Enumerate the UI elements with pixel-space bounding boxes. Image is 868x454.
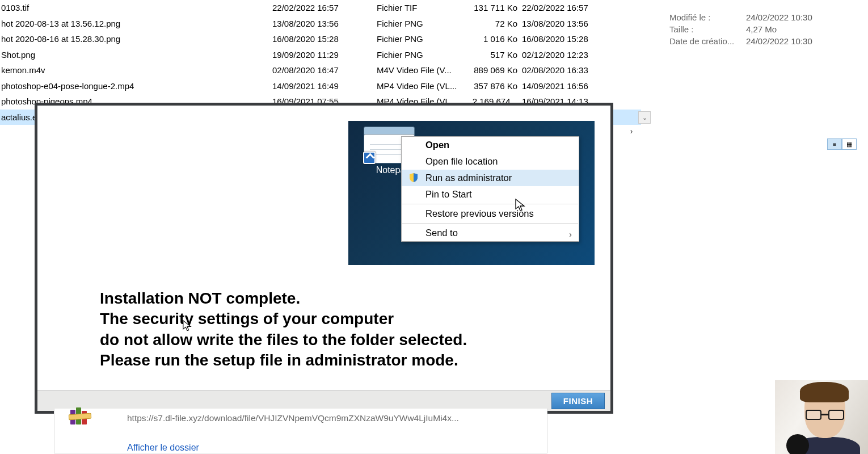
menu-open[interactable]: Open: [402, 137, 579, 153]
cursor-icon: [183, 320, 192, 331]
file-size: 357 876 Ko: [471, 81, 522, 91]
detail-modified: Modifié le : 24/02/2022 10:30: [669, 12, 857, 22]
menu-label: Open file location: [425, 156, 498, 166]
file-date-created: 02/08/2020 16:33: [522, 65, 624, 75]
shortcut-arrow-icon: [363, 152, 376, 164]
details-panel: Modifié le : 24/02/2022 10:30 Taille : 4…: [652, 0, 857, 54]
chevron-down-icon: ⌄: [642, 114, 647, 121]
download-item: https://s7.dl-file.xyz/download/file/VHJ…: [54, 409, 547, 453]
file-name: 0103.tif: [1, 3, 272, 12]
menu-separator: [402, 204, 578, 204]
context-menu: Open Open file location Run as administr…: [401, 136, 579, 242]
menu-label: Send to: [425, 228, 458, 238]
shield-icon: [408, 173, 419, 183]
file-date-modified: 02/08/2020 16:47: [272, 65, 377, 75]
file-date-created: 16/08/2020 15:28: [522, 34, 624, 44]
list-icon: ≡: [833, 141, 836, 148]
file-date-modified: 14/09/2021 16:49: [272, 81, 377, 91]
file-size: 889 069 Ko: [471, 65, 522, 75]
file-name: hot 2020-08-16 at 15.28.30.png: [1, 34, 272, 44]
button-label: FINISH: [563, 396, 593, 406]
menu-restore[interactable]: Restore previous versions: [402, 205, 579, 222]
view-icons-button[interactable]: ▦: [842, 138, 857, 150]
detail-label: Date de créatio...: [669, 36, 746, 46]
dialog-button-bar: FINISH: [37, 390, 610, 411]
file-type: MP4 Video File (VL...: [377, 81, 471, 91]
winrar-icon: [70, 406, 93, 429]
view-mode-toggle: ≡ ▦: [827, 138, 857, 150]
file-size: 1 016 Ko: [471, 34, 522, 44]
webcam-overlay: [775, 380, 868, 454]
detail-value: 4,27 Mo: [746, 24, 777, 34]
menu-label: Open: [425, 140, 449, 150]
file-row[interactable]: Shot.png 19/09/2020 11:29 Fichier PNG 51…: [0, 47, 641, 63]
detail-created: Date de créatio... 24/02/2022 10:30: [669, 36, 857, 46]
link-label: Afficher le dossier: [127, 443, 199, 452]
file-date-modified: 13/08/2020 13:56: [272, 19, 377, 28]
file-date-modified: 22/02/2022 16:57: [272, 3, 377, 12]
grid-icon: ▦: [846, 141, 852, 148]
file-row[interactable]: photoshop-e04-pose-longue-2.mp4 14/09/20…: [0, 78, 641, 94]
menu-run-admin[interactable]: Run as administrator: [402, 170, 579, 186]
file-size: 72 Ko: [471, 19, 522, 28]
file-date-modified: 19/09/2020 11:29: [272, 50, 377, 60]
file-size: 131 711 Ko: [471, 3, 522, 12]
file-row[interactable]: 0103.tif 22/02/2022 16:57 Fichier TIF 13…: [0, 0, 641, 16]
detail-label: Taille :: [669, 24, 746, 34]
file-row[interactable]: hot 2020-08-16 at 15.28.30.png 16/08/202…: [0, 31, 641, 47]
show-folder-link[interactable]: Afficher le dossier: [127, 443, 536, 453]
download-url: https://s7.dl-file.xyz/download/file/VHJ…: [127, 413, 536, 423]
file-name: hot 2020-08-13 at 13.56.12.png: [1, 19, 272, 28]
file-type: Fichier TIF: [377, 3, 471, 12]
file-name: kemon.m4v: [1, 65, 272, 75]
dialog-message: Installation NOT complete. The security …: [100, 288, 576, 371]
cursor-icon: [515, 199, 525, 212]
file-date-created: 13/08/2020 13:56: [522, 19, 624, 28]
menu-separator: [402, 223, 578, 224]
message-line: do not allow write the files to the fold…: [100, 330, 576, 350]
file-name: photoshop-e04-pose-longue-2.mp4: [1, 81, 272, 91]
detail-value: 24/02/2022 10:30: [746, 36, 812, 46]
menu-send-to[interactable]: Send to ›: [402, 225, 579, 241]
detail-size: Taille : 4,27 Mo: [669, 24, 857, 34]
detail-label: Modifié le :: [669, 12, 746, 22]
file-type: M4V Video File (V...: [377, 65, 471, 75]
file-date-modified: 16/08/2020 15:28: [272, 34, 377, 44]
menu-label: Pin to Start: [425, 189, 472, 199]
file-type: Fichier PNG: [377, 50, 471, 60]
menu-label: Run as administrator: [425, 173, 512, 183]
file-name: Shot.png: [1, 50, 272, 60]
file-date-created: 22/02/2022 16:57: [522, 3, 624, 12]
message-line: The security settings of your computer: [100, 309, 576, 329]
message-line: Installation NOT complete.: [100, 288, 576, 309]
chevron-right-icon: ›: [630, 127, 633, 136]
file-size: 517 Ko: [471, 50, 522, 60]
finish-button[interactable]: FINISH: [551, 393, 605, 409]
file-date-created: 02/12/2020 12:23: [522, 50, 624, 60]
file-type: Fichier PNG: [377, 19, 471, 28]
file-type: Fichier PNG: [377, 34, 471, 44]
file-date-created: 14/09/2021 16:56: [522, 81, 624, 91]
chevron-right-icon: ›: [569, 230, 572, 239]
menu-open-location[interactable]: Open file location: [402, 153, 579, 170]
nav-right-button[interactable]: ›: [625, 125, 638, 137]
detail-value: 24/02/2022 10:30: [746, 12, 812, 22]
installer-dialog: Notepa Open Open file location Run as ad…: [35, 103, 613, 414]
file-row[interactable]: hot 2020-08-13 at 13.56.12.png 13/08/202…: [0, 16, 641, 32]
dialog-body: Notepa Open Open file location Run as ad…: [37, 106, 610, 390]
view-details-button[interactable]: ≡: [827, 138, 842, 150]
menu-pin-start[interactable]: Pin to Start: [402, 186, 579, 203]
scroll-down-button[interactable]: ⌄: [638, 111, 651, 124]
file-row[interactable]: kemon.m4v 02/08/2020 16:47 M4V Video Fil…: [0, 62, 641, 78]
message-line: Please run the setup file in administrat…: [100, 350, 576, 371]
